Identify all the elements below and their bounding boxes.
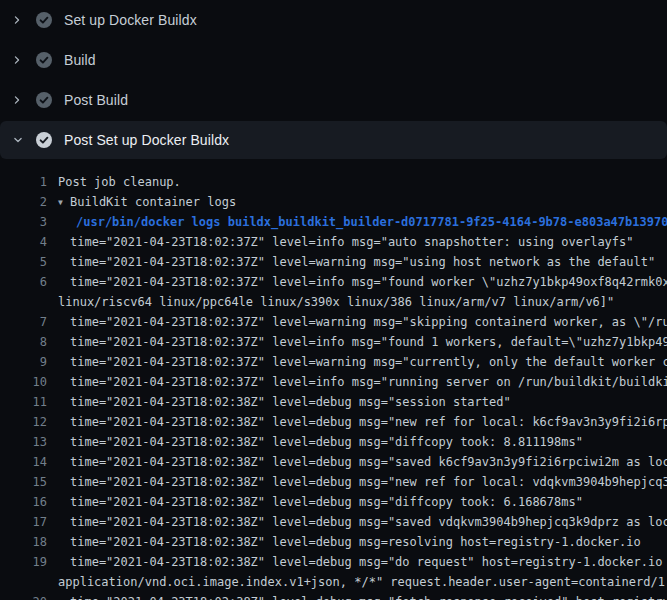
log-line: 18 time="2021-04-23T18:02:38Z" level=deb… — [0, 532, 667, 552]
log-line-content: /usr/bin/docker logs buildx_buildkit_bui… — [76, 215, 667, 229]
log-line: 20 time="2021-04-23T18:02:38Z" level=deb… — [0, 592, 667, 600]
log-line-content: time="2021-04-23T18:02:37Z" level=warnin… — [70, 255, 655, 269]
log-line-text: time="2021-04-23T18:02:37Z" level=warnin… — [58, 352, 667, 372]
log-line-text: time="2021-04-23T18:02:38Z" level=debug … — [58, 452, 667, 472]
log-line-number[interactable]: 7 — [0, 312, 47, 332]
log-line-number[interactable]: 8 — [0, 332, 47, 352]
log-line-number[interactable]: 17 — [0, 512, 47, 532]
step-header-set-up-docker-buildx[interactable]: Set up Docker Buildx — [0, 1, 667, 39]
log-line-number[interactable]: 19 — [0, 552, 47, 572]
log-line-number[interactable]: 9 — [0, 352, 47, 372]
log-line-content: BuildKit container logs — [70, 195, 236, 209]
log-line-content: time="2021-04-23T18:02:38Z" level=debug … — [70, 435, 583, 449]
log-line-number[interactable]: 5 — [0, 252, 47, 272]
log-line-number[interactable]: 11 — [0, 392, 47, 412]
log-line-text: time="2021-04-23T18:02:37Z" level=info m… — [58, 332, 667, 352]
log-line-number[interactable]: 13 — [0, 432, 47, 452]
chevron-down-icon — [12, 135, 24, 145]
log-line-text: time="2021-04-23T18:02:38Z" level=debug … — [58, 472, 667, 492]
check-circle-icon — [36, 132, 52, 148]
log-line-content: time="2021-04-23T18:02:38Z" level=debug … — [70, 415, 667, 429]
log-line-content: time="2021-04-23T18:02:38Z" level=debug … — [70, 455, 667, 469]
log-line-number[interactable] — [0, 572, 47, 592]
log-line-content: time="2021-04-23T18:02:37Z" level=warnin… — [70, 315, 667, 329]
log-line-number[interactable]: 4 — [0, 232, 47, 252]
log-line-text: time="2021-04-23T18:02:37Z" level=warnin… — [58, 252, 655, 272]
log-line: 16 time="2021-04-23T18:02:38Z" level=deb… — [0, 492, 667, 512]
log-line: 15 time="2021-04-23T18:02:38Z" level=deb… — [0, 472, 667, 492]
log-line: 7 time="2021-04-23T18:02:37Z" level=warn… — [0, 312, 667, 332]
log-line-text: time="2021-04-23T18:02:37Z" level=warnin… — [58, 312, 667, 332]
log-line: 2 ▼BuildKit container logs — [0, 192, 667, 212]
log-line-content: time="2021-04-23T18:02:38Z" level=debug … — [70, 595, 667, 600]
log-line-number[interactable]: 12 — [0, 412, 47, 432]
log-line-content: application/vnd.oci.image.index.v1+json,… — [58, 575, 667, 589]
step-header-post-set-up-docker-buildx[interactable]: Post Set up Docker Buildx — [0, 121, 667, 159]
log-line: application/vnd.oci.image.index.v1+json,… — [0, 572, 667, 592]
log-line: 4 time="2021-04-23T18:02:37Z" level=info… — [0, 232, 667, 252]
log-line: 9 time="2021-04-23T18:02:37Z" level=warn… — [0, 352, 667, 372]
log-line: 1 Post job cleanup. — [0, 172, 667, 192]
log-line-text: time="2021-04-23T18:02:38Z" level=debug … — [58, 592, 667, 600]
log-line-content: linux/riscv64 linux/ppc64le linux/s390x … — [58, 295, 614, 309]
log-line: 13 time="2021-04-23T18:02:38Z" level=deb… — [0, 432, 667, 452]
step-title: Build — [64, 52, 96, 68]
log-line-content: time="2021-04-23T18:02:38Z" level=debug … — [70, 515, 667, 529]
log-line-text: time="2021-04-23T18:02:38Z" level=debug … — [58, 392, 511, 412]
log-line-content: time="2021-04-23T18:02:38Z" level=debug … — [70, 535, 641, 549]
log-line: 5 time="2021-04-23T18:02:37Z" level=warn… — [0, 252, 667, 272]
chevron-right-icon — [12, 94, 22, 106]
log-line: 17 time="2021-04-23T18:02:38Z" level=deb… — [0, 512, 667, 532]
log-line-content: time="2021-04-23T18:02:37Z" level=info m… — [70, 375, 667, 389]
log-line-text: Post job cleanup. — [58, 172, 181, 192]
step-title: Post Set up Docker Buildx — [64, 132, 229, 148]
log-line-content: time="2021-04-23T18:02:37Z" level=info m… — [70, 275, 667, 289]
log-line-content: Post job cleanup. — [58, 175, 181, 189]
log-line-content: time="2021-04-23T18:02:38Z" level=debug … — [70, 395, 511, 409]
log-line-number[interactable]: 16 — [0, 492, 47, 512]
log-line-text: time="2021-04-23T18:02:38Z" level=debug … — [58, 552, 667, 572]
log-group-caret-icon[interactable]: ▼ — [58, 193, 70, 212]
log-line-text: application/vnd.oci.image.index.v1+json,… — [58, 572, 667, 592]
steps-list: Set up Docker Buildx Build Post Build — [0, 0, 667, 159]
log-line-content: time="2021-04-23T18:02:37Z" level=info m… — [70, 235, 634, 249]
log-line: 10 time="2021-04-23T18:02:37Z" level=inf… — [0, 372, 667, 392]
log-line-content: time="2021-04-23T18:02:37Z" level=info m… — [70, 335, 667, 349]
log-line-number[interactable]: 20 — [0, 592, 47, 600]
step-title: Set up Docker Buildx — [64, 12, 197, 28]
log-line-text: time="2021-04-23T18:02:37Z" level=info m… — [58, 272, 667, 292]
log-line-number[interactable]: 10 — [0, 372, 47, 392]
log-line-number[interactable] — [0, 292, 47, 312]
log-line-text: linux/riscv64 linux/ppc64le linux/s390x … — [58, 292, 614, 312]
log-line-text: time="2021-04-23T18:02:38Z" level=debug … — [58, 532, 641, 552]
step-header-post-build[interactable]: Post Build — [0, 81, 667, 119]
log-line-number[interactable]: 3 — [0, 212, 47, 232]
log-line-text: time="2021-04-23T18:02:38Z" level=debug … — [58, 432, 583, 452]
log-line-number[interactable]: 1 — [0, 172, 47, 192]
log-line-text[interactable]: ▼BuildKit container logs — [58, 192, 236, 212]
log-line: 11 time="2021-04-23T18:02:38Z" level=deb… — [0, 392, 667, 412]
step-header-build[interactable]: Build — [0, 41, 667, 79]
log-line-number[interactable]: 6 — [0, 272, 47, 292]
log-line-text: /usr/bin/docker logs buildx_buildkit_bui… — [58, 212, 667, 232]
log-line-content: time="2021-04-23T18:02:37Z" level=warnin… — [70, 355, 667, 369]
log-line-number[interactable]: 14 — [0, 452, 47, 472]
log-line: 8 time="2021-04-23T18:02:37Z" level=info… — [0, 332, 667, 352]
log-line-text: time="2021-04-23T18:02:38Z" level=debug … — [58, 492, 583, 512]
log-line-text: time="2021-04-23T18:02:37Z" level=info m… — [58, 232, 634, 252]
check-circle-icon — [36, 12, 52, 28]
log-line-number[interactable]: 2 — [0, 192, 47, 212]
log-line: 6 time="2021-04-23T18:02:37Z" level=info… — [0, 272, 667, 292]
log-line: 14 time="2021-04-23T18:02:38Z" level=deb… — [0, 452, 667, 472]
log-line-content: time="2021-04-23T18:02:38Z" level=debug … — [70, 495, 583, 509]
chevron-right-icon — [12, 14, 22, 26]
log-line: 19 time="2021-04-23T18:02:38Z" level=deb… — [0, 552, 667, 572]
step-title: Post Build — [64, 92, 128, 108]
log-viewer: 1 Post job cleanup. 2 ▼BuildKit containe… — [0, 161, 667, 600]
log-line-text: time="2021-04-23T18:02:37Z" level=info m… — [58, 372, 667, 392]
log-line: linux/riscv64 linux/ppc64le linux/s390x … — [0, 292, 667, 312]
log-line-content: time="2021-04-23T18:02:38Z" level=debug … — [70, 555, 667, 569]
log-line-number[interactable]: 15 — [0, 472, 47, 492]
log-line-number[interactable]: 18 — [0, 532, 47, 552]
log-line-text: time="2021-04-23T18:02:38Z" level=debug … — [58, 412, 667, 432]
